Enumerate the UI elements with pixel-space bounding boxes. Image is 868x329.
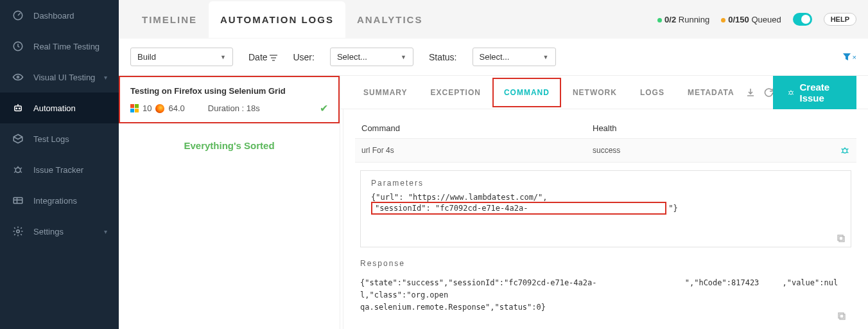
right-column: SUMMARY EXCEPTION COMMAND NETWORK LOGS M… — [340, 76, 868, 329]
sidebar-item-settings[interactable]: Settings ▾ — [0, 216, 119, 247]
help-button[interactable]: HELP — [824, 13, 856, 26]
svg-point-2 — [17, 76, 19, 78]
col-header-health: Health — [593, 123, 850, 133]
parameters-title: Parameters — [371, 179, 840, 188]
eye-icon — [12, 71, 24, 84]
user-select-placeholder: Select... — [337, 52, 367, 62]
sidebar-item-issuetracker[interactable]: Issue Tracker — [0, 154, 119, 185]
chevron-down-icon: ▼ — [220, 54, 226, 60]
sidebar-item-label: Dashboard — [33, 11, 74, 21]
response-title: Response — [360, 259, 851, 268]
sidebar-item-label: Settings — [33, 227, 64, 236]
main: TIMELINE AUTOMATION LOGS ANALYTICS 0/2 R… — [119, 0, 868, 329]
date-filter[interactable]: Date — [248, 52, 277, 62]
detail-tabs: SUMMARY EXCEPTION COMMAND NETWORK LOGS M… — [340, 76, 868, 109]
command-cell: url For 4s — [361, 146, 593, 155]
tab-automation-logs[interactable]: AUTOMATION LOGS — [209, 1, 345, 38]
parameters-suffix: "} — [668, 204, 677, 213]
health-cell: success — [593, 146, 840, 155]
os-version: 10 — [143, 103, 152, 113]
sidebar-item-label: Real Time Testing — [33, 42, 100, 51]
sidebar-item-dashboard[interactable]: Dashboard — [0, 0, 119, 31]
command-pane: Command Health url For 4s success Parame… — [343, 109, 868, 329]
refresh-icon[interactable] — [764, 88, 773, 97]
build-select-label: Build — [137, 52, 156, 62]
dashboard-icon — [12, 9, 24, 22]
clock-icon — [12, 40, 24, 53]
create-issue-button[interactable]: Create Issue — [773, 76, 856, 109]
response-box: Response {"state":"success","sessionId":… — [360, 259, 851, 318]
col-header-command: Command — [361, 123, 593, 133]
svg-point-10 — [843, 148, 847, 153]
row-bug-icon[interactable] — [840, 145, 850, 156]
firefox-icon — [155, 104, 164, 113]
tab-logs[interactable]: LOGS — [629, 78, 676, 107]
grid-icon — [12, 194, 24, 207]
chevron-down-icon: ▼ — [543, 54, 549, 60]
svg-rect-13 — [840, 314, 845, 319]
svg-point-9 — [789, 91, 792, 94]
status-select-placeholder: Select... — [480, 52, 510, 62]
svg-rect-11 — [839, 236, 844, 242]
parameters-box: Parameters {"url": "https://www.lambdate… — [360, 170, 851, 247]
filter-clear[interactable]: × — [842, 53, 856, 62]
tab-network[interactable]: NETWORK — [561, 78, 629, 107]
body-row: Testing on Firefox using Selenium Grid 1… — [119, 76, 868, 329]
left-column: Testing on Firefox using Selenium Grid 1… — [119, 76, 340, 329]
svg-point-5 — [19, 108, 21, 109]
test-title: Testing on Firefox using Selenium Grid — [130, 86, 328, 96]
sidebar-item-label: Integrations — [33, 196, 77, 206]
command-row[interactable]: url For 4s success — [355, 138, 856, 163]
status-select[interactable]: Select... ▼ — [473, 48, 556, 66]
response-text: {"state":"success","sessionId":"fc7092cd… — [360, 273, 851, 318]
status-block: 0/2 Running 0/150 Queued HELP — [657, 13, 856, 26]
check-icon: ✔ — [320, 102, 328, 114]
copy-icon[interactable] — [837, 312, 846, 321]
download-icon[interactable] — [746, 88, 755, 97]
svg-rect-14 — [838, 313, 844, 318]
tab-metadata[interactable]: METADATA — [676, 78, 746, 107]
sidebar-item-automation[interactable]: Automation — [0, 93, 119, 123]
tab-timeline[interactable]: TIMELINE — [130, 1, 209, 38]
robot-icon — [12, 102, 24, 114]
copy-icon[interactable] — [837, 234, 846, 243]
status-label: Status: — [429, 52, 457, 62]
bug-icon — [12, 163, 24, 176]
sidebar-item-testlogs[interactable]: Test Logs — [0, 123, 119, 154]
test-duration: Duration : 18s — [208, 103, 260, 113]
sidebar-item-label: Issue Tracker — [33, 165, 83, 175]
sidebar-item-label: Automation — [33, 103, 76, 113]
user-label: User: — [293, 52, 314, 62]
tab-summary[interactable]: SUMMARY — [352, 78, 419, 107]
chevron-down-icon: ▾ — [104, 74, 107, 81]
svg-point-6 — [15, 168, 21, 173]
test-card[interactable]: Testing on Firefox using Selenium Grid 1… — [119, 76, 340, 123]
detail-tab-actions — [746, 88, 773, 97]
sidebar-item-integrations[interactable]: Integrations — [0, 185, 119, 216]
toggle-pill[interactable] — [793, 13, 812, 26]
sidebar-item-label: Test Logs — [33, 134, 69, 144]
topbar: TIMELINE AUTOMATION LOGS ANALYTICS 0/2 R… — [119, 0, 868, 39]
browser-version: 64.0 — [168, 103, 184, 113]
chevron-down-icon: ▾ — [104, 228, 107, 235]
filter-bar: Build ▼ Date User: Select... ▼ Status: S… — [119, 39, 868, 76]
sorted-message: Everything's Sorted — [119, 123, 340, 168]
running-status: 0/2 Running — [657, 15, 709, 24]
windows-icon — [130, 104, 139, 112]
svg-rect-12 — [838, 235, 843, 240]
sidebar-item-visual[interactable]: Visual UI Testing ▾ — [0, 62, 119, 93]
tab-exception[interactable]: EXCEPTION — [419, 78, 492, 107]
build-select[interactable]: Build ▼ — [130, 48, 233, 66]
sidebar-item-realtime[interactable]: Real Time Testing — [0, 31, 119, 62]
chevron-down-icon: ▼ — [401, 54, 406, 60]
box-icon — [12, 132, 24, 145]
parameters-highlight: "sessionId": "fc7092cd-e71e-4a2a-xxxxxxx… — [371, 202, 666, 215]
tab-analytics[interactable]: ANALYTICS — [345, 1, 434, 38]
tab-command[interactable]: COMMAND — [492, 78, 561, 107]
user-select[interactable]: Select... ▼ — [330, 48, 413, 66]
gear-icon — [12, 225, 24, 238]
command-table-header: Command Health — [355, 118, 856, 138]
sidebar-item-label: Visual UI Testing — [33, 73, 95, 82]
svg-point-8 — [17, 230, 20, 233]
queued-status: 0/150 Queued — [721, 15, 781, 24]
